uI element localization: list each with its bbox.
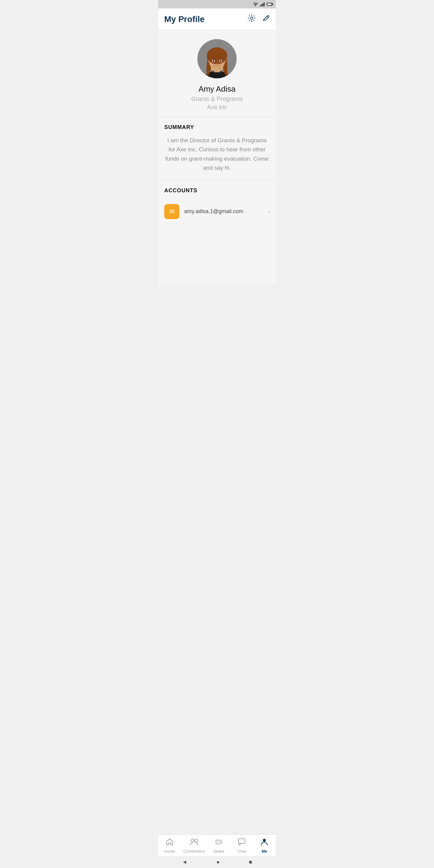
wifi-icon	[253, 2, 258, 6]
connections-icon	[190, 838, 198, 848]
profile-company: Axe Inc	[207, 104, 227, 111]
page-title: My Profile	[164, 14, 205, 24]
nav-label-shake: Shake	[213, 849, 224, 854]
android-home-button[interactable]: ●	[216, 859, 220, 865]
accounts-section: ACCOUNTS ✉ amy.adisa.1@gmail.com ›	[158, 180, 276, 224]
header-actions	[247, 14, 270, 24]
profile-name: Amy Adisa	[198, 84, 236, 94]
nav-item-chat[interactable]: Chat	[233, 838, 251, 854]
avatar	[197, 39, 237, 79]
settings-icon[interactable]	[247, 14, 256, 24]
bottom-nav: Home Connections Shake	[158, 835, 276, 856]
svg-point-0	[255, 5, 256, 6]
svg-rect-2	[261, 4, 262, 6]
svg-point-10	[207, 47, 227, 64]
svg-point-20	[263, 839, 266, 842]
summary-title: SUMMARY	[164, 124, 270, 130]
summary-section: SUMMARY I am the Director of Grants & Pr…	[158, 117, 276, 180]
accounts-title: ACCOUNTS	[164, 187, 270, 194]
nav-item-shake[interactable]: Shake	[210, 838, 228, 854]
status-bar	[158, 0, 276, 8]
svg-point-16	[220, 61, 221, 61]
email-icon-wrap: ✉	[164, 204, 179, 219]
home-icon	[166, 838, 174, 848]
chat-icon	[238, 838, 246, 848]
nav-item-me[interactable]: Me	[255, 838, 273, 854]
svg-rect-4	[264, 2, 265, 6]
signal-icon	[260, 2, 265, 6]
battery-icon	[267, 3, 272, 6]
svg-point-18	[195, 839, 198, 842]
nav-item-connections[interactable]: Connections	[183, 838, 205, 854]
edit-icon[interactable]	[262, 14, 270, 24]
email-icon: ✉	[169, 208, 175, 216]
chevron-right-icon: ›	[268, 208, 270, 215]
nav-label-me: Me	[261, 849, 267, 854]
svg-point-5	[250, 17, 253, 19]
android-back-button[interactable]: ◄	[182, 859, 187, 865]
content-spacer	[158, 224, 276, 284]
me-icon	[260, 838, 268, 848]
nav-item-home[interactable]: Home	[161, 838, 179, 854]
summary-text: I am the Director of Grants & Programs f…	[164, 136, 270, 173]
svg-point-13	[213, 61, 214, 61]
account-email-value: amy.adisa.1@gmail.com	[184, 208, 268, 215]
header: My Profile	[158, 8, 276, 30]
svg-rect-3	[262, 3, 264, 6]
nav-label-chat: Chat	[238, 849, 246, 854]
profile-section: Amy Adisa Grants & Programs Axe Inc	[158, 30, 276, 117]
profile-role: Grants & Programs	[191, 96, 243, 102]
android-nav-bar: ◄ ● ■	[158, 856, 276, 868]
svg-rect-19	[239, 839, 245, 844]
account-email-item[interactable]: ✉ amy.adisa.1@gmail.com ›	[164, 199, 270, 224]
page-content: Amy Adisa Grants & Programs Axe Inc SUMM…	[158, 30, 276, 324]
svg-rect-1	[260, 5, 261, 6]
svg-point-17	[191, 839, 194, 842]
nav-label-connections: Connections	[183, 849, 205, 854]
shake-icon	[214, 838, 223, 848]
nav-label-home: Home	[164, 849, 175, 854]
android-recent-button[interactable]: ■	[249, 859, 252, 865]
